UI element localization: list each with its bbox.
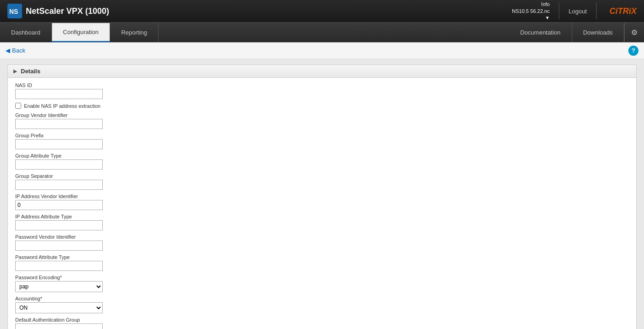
back-button[interactable]: ◀ Back [6,47,25,54]
group-attribute-type-label: Group Attribute Type [15,153,629,159]
nas-id-group: NAS ID [15,82,629,99]
back-arrow-icon: ◀ [6,47,10,54]
panel-header: ▶ Details [8,65,636,78]
enable-nas-checkbox[interactable] [15,103,21,109]
panel-body: NAS ID Enable NAS IP address extraction … [8,78,636,329]
svg-text:NS: NS [9,8,18,15]
group-prefix-input[interactable] [15,139,103,149]
password-vendor-identifier-label: Password Vendor Identifier [15,234,629,240]
nav-configuration[interactable]: Configuration [52,23,110,42]
settings-icon: ⚙ [631,28,638,37]
password-encoding-select[interactable]: pap chap mschapv1 mschapv2 encryptedmsch… [15,281,103,292]
version-dropdown-icon[interactable]: ▼ [513,15,550,21]
settings-button[interactable]: ⚙ [624,23,644,42]
group-vendor-identifier-input[interactable] [15,119,103,129]
topbar-right: Info NS10.5 56.22.nc ▼ Logout CiTRiX [512,1,637,22]
default-authentication-group-label: Default Authentication Group [15,317,629,323]
group-prefix-group: Group Prefix [15,133,629,149]
app-title: NetScaler VPX (1000) [26,6,109,16]
ip-address-attribute-type-group: IP Address Attribute Type [15,214,629,230]
panel-collapse-icon[interactable]: ▶ [13,69,17,74]
topbar-divider [559,3,559,19]
default-authentication-group-group: Default Authentication Group [15,317,629,329]
group-separator-label: Group Separator [15,173,629,179]
password-attribute-type-group: Password Attribute Type [15,254,629,271]
ip-address-attribute-type-label: IP Address Attribute Type [15,214,629,219]
navbar: Dashboard Configuration Reporting Docume… [0,23,644,42]
nav-documentation[interactable]: Documentation [509,23,572,42]
citrix-logo: CiTRiX [609,6,637,16]
password-vendor-identifier-group: Password Vendor Identifier [15,234,629,251]
version-info: Info NS10.5 56.22.nc ▼ [512,1,550,22]
accounting-select[interactable]: ON OFF [15,302,103,313]
group-separator-group: Group Separator [15,173,629,190]
accounting-label: Accounting* [15,296,629,301]
password-attribute-type-label: Password Attribute Type [15,254,629,260]
password-vendor-identifier-input[interactable] [15,241,103,251]
group-attribute-type-group: Group Attribute Type [15,153,629,170]
ns-logo-icon: NS [7,4,22,18]
ip-address-attribute-type-input[interactable] [15,220,103,230]
enable-nas-group: Enable NAS IP address extraction [15,103,629,109]
accounting-group: Accounting* ON OFF [15,296,629,313]
details-panel: ▶ Details NAS ID Enable NAS IP address e… [7,65,637,329]
version-text: NS10.5 56.22.nc [512,8,550,15]
nav-downloads[interactable]: Downloads [572,23,624,42]
ip-address-vendor-identifier-group: IP Address Vendor Identifier [15,194,629,210]
group-attribute-type-input[interactable] [15,159,103,170]
help-button[interactable]: ? [628,46,638,56]
app-logo: NS NetScaler VPX (1000) [7,4,512,18]
group-vendor-identifier-group: Group Vendor Identifier [15,112,629,129]
default-authentication-group-input[interactable] [15,323,103,329]
ip-address-vendor-identifier-input[interactable] [15,200,103,210]
topbar-divider2 [596,3,597,19]
nav-spacer [158,23,509,42]
group-separator-input[interactable] [15,180,103,190]
password-encoding-label: Password Encoding* [15,275,629,280]
info-label: Info [512,1,550,8]
nas-id-input[interactable] [15,89,103,99]
panel-title: Details [21,68,41,75]
password-encoding-group: Password Encoding* pap chap mschapv1 msc… [15,275,629,292]
logout-button[interactable]: Logout [565,8,591,15]
nav-reporting[interactable]: Reporting [110,23,158,42]
group-prefix-label: Group Prefix [15,133,629,138]
ip-address-vendor-identifier-label: IP Address Vendor Identifier [15,194,629,199]
topbar: NS NetScaler VPX (1000) Info NS10.5 56.2… [0,0,644,23]
nas-id-label: NAS ID [15,82,629,88]
main-content: ▶ Details NAS ID Enable NAS IP address e… [0,59,644,329]
password-attribute-type-input[interactable] [15,261,103,271]
group-vendor-identifier-label: Group Vendor Identifier [15,112,629,118]
nav-dashboard[interactable]: Dashboard [0,23,52,42]
backbar: ◀ Back ? [0,42,644,59]
enable-nas-label: Enable NAS IP address extraction [24,103,100,109]
